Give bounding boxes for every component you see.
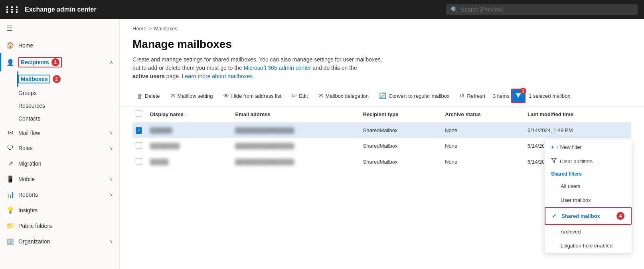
sidebar-item-groups[interactable]: Groups: [18, 87, 119, 99]
cell-archive-status: None: [442, 154, 524, 170]
sidebar-item-label: Roles: [18, 145, 33, 151]
sidebar-item-label: Migration: [18, 160, 41, 167]
clear-filters-item[interactable]: Clear all filters: [545, 154, 632, 169]
sidebar-item-label: Organization: [18, 238, 50, 245]
filter-badge: 3: [520, 88, 526, 94]
filter-button[interactable]: 3: [512, 89, 525, 102]
learn-more-link[interactable]: Learn more about mailboxes: [182, 73, 253, 79]
app-grid-icon[interactable]: [6, 6, 20, 13]
breadcrumb-home[interactable]: Home: [132, 26, 146, 32]
sidebar-item-roles[interactable]: 🛡 Roles ∨: [0, 140, 119, 156]
insights-icon: 💡: [6, 206, 14, 214]
mailflow-button[interactable]: ✉ Mailflow setting: [166, 89, 217, 102]
search-bar[interactable]: 🔍: [446, 4, 638, 15]
row-checkbox[interactable]: [136, 158, 142, 164]
filter-button-wrapper: 3: [511, 89, 525, 103]
sidebar-toggle[interactable]: ☰: [0, 19, 119, 38]
row-checkbox-cell[interactable]: [132, 154, 147, 170]
desc-text-3: and do this on the: [311, 65, 357, 71]
search-icon: 🔍: [451, 6, 458, 13]
clear-filters-icon: [551, 158, 557, 165]
sidebar-item-insights[interactable]: 💡 Insights: [0, 202, 119, 218]
recipients-badge: 1: [51, 58, 59, 66]
sidebar-item-label: Home: [18, 42, 33, 49]
table-row[interactable]: ✓ ██████ ████████████████ SharedMailbox …: [132, 123, 631, 138]
sidebar-item-label: Public folders: [18, 223, 52, 229]
desc-text-1: Create and manage settings for shared ma…: [132, 56, 382, 63]
mail-flow-chevron: ∨: [110, 130, 113, 135]
page-title: Manage mailboxes: [120, 35, 644, 55]
col-display-name[interactable]: Display name ↑: [147, 107, 232, 123]
select-all-header[interactable]: [132, 107, 147, 123]
sidebar: ☰ 🏠 Home 👤 Recipients 1 ∧ Mailboxes 2: [0, 19, 120, 269]
app-title: Exchange admin center: [25, 6, 97, 13]
all-users-item[interactable]: All users: [545, 179, 632, 193]
sidebar-item-mail-flow[interactable]: ✉ Mail flow ∨: [0, 125, 119, 140]
delete-icon: 🗑: [137, 93, 143, 99]
sidebar-item-mailboxes[interactable]: Mailboxes 2: [18, 71, 119, 87]
edit-button[interactable]: ✏ Edit: [287, 89, 312, 102]
toolbar: 🗑 Delete ✉ Mailflow setting 👁 Hide from …: [120, 89, 644, 107]
mailboxes-badge: 2: [53, 75, 61, 83]
col-last-modified[interactable]: Last modified time: [524, 107, 631, 123]
edit-icon: ✏: [292, 92, 297, 99]
row-checkbox-cell[interactable]: ✓: [132, 123, 147, 138]
table-header-row: Display name ↑ Email address Recipient t…: [132, 107, 631, 123]
organization-chevron: ∨: [110, 239, 113, 244]
desc-bold: active users: [132, 73, 165, 79]
cell-archive-status: None: [442, 123, 524, 138]
search-input[interactable]: [461, 6, 633, 13]
shared-mailbox-badge: 4: [616, 212, 624, 220]
delegation-button[interactable]: ✉ Mailbox delegation: [314, 89, 373, 102]
col-archive-status[interactable]: Archive status: [442, 107, 524, 123]
ms365-link[interactable]: Microsoft 365 admin center: [244, 65, 311, 71]
user-mailbox-item[interactable]: User mailbox: [545, 193, 632, 207]
select-all-checkbox[interactable]: [136, 111, 142, 117]
cell-recipient-type: SharedMailbox: [360, 154, 442, 170]
delete-button[interactable]: 🗑 Delete: [132, 90, 164, 102]
sidebar-item-resources[interactable]: Resources: [18, 99, 119, 112]
delegation-icon: ✉: [318, 92, 324, 99]
refresh-button[interactable]: ↺ Refresh: [455, 89, 490, 102]
public-folders-icon: 📁: [6, 222, 14, 229]
mailboxes-label-box: Mailboxes: [18, 75, 50, 83]
row-checkbox-cell[interactable]: [132, 138, 147, 154]
roles-icon: 🛡: [6, 144, 14, 152]
archived-item[interactable]: Archived: [545, 225, 632, 239]
row-checkbox[interactable]: ✓: [136, 127, 142, 134]
sidebar-item-home[interactable]: 🏠 Home: [0, 38, 119, 53]
row-checkbox[interactable]: [136, 142, 142, 148]
breadcrumb-current: Mailboxes: [154, 26, 178, 32]
col-recipient-type[interactable]: Recipient type: [360, 107, 442, 123]
litigation-hold-item[interactable]: Litigation hold enabled: [545, 239, 632, 253]
sidebar-item-public-folders[interactable]: 📁 Public folders: [0, 218, 119, 233]
sidebar-item-label: Insights: [18, 207, 38, 214]
convert-button[interactable]: 🔄 Convert to regular mailbox: [375, 89, 454, 102]
sidebar-item-mobile[interactable]: 📱 Mobile ∨: [0, 171, 119, 187]
migration-icon: ↗: [6, 160, 14, 167]
cell-email-address: ████████████████: [232, 154, 360, 170]
recipients-chevron: ∧: [110, 60, 113, 65]
new-filter-item[interactable]: + + New filter: [545, 140, 632, 154]
sidebar-item-label: Recipients: [21, 59, 49, 65]
cell-display-name: ██████: [147, 123, 232, 138]
hide-button[interactable]: 👁 Hide from address list: [219, 90, 286, 102]
sort-icon: ↑: [185, 112, 187, 117]
sidebar-item-recipients[interactable]: 👤 Recipients 1 ∧: [0, 53, 119, 71]
cell-recipient-type: SharedMailbox: [360, 138, 442, 154]
home-icon: 🏠: [6, 42, 14, 49]
shared-mailbox-item[interactable]: ✓ Shared mailbox 4: [545, 208, 631, 224]
mail-flow-icon: ✉: [6, 129, 14, 136]
sidebar-item-reports[interactable]: 📊 Reports ∨: [0, 187, 119, 202]
sidebar-sub-recipients: Mailboxes 2 Groups Resources Contacts: [0, 71, 119, 125]
col-email-address[interactable]: Email address: [232, 107, 360, 123]
sidebar-item-organization[interactable]: 🏢 Organization ∨: [0, 233, 119, 249]
breadcrumb: Home > Mailboxes: [120, 19, 644, 35]
roles-chevron: ∨: [110, 146, 113, 151]
sidebar-item-migration[interactable]: ↗ Migration: [0, 156, 119, 171]
check-icon-shared-mailbox: ✓: [552, 213, 558, 219]
sidebar-item-contacts[interactable]: Contacts: [18, 112, 119, 125]
cell-recipient-type: SharedMailbox: [360, 123, 442, 138]
sidebar-item-label: Reports: [18, 192, 38, 198]
main-content: Home > Mailboxes Manage mailboxes Create…: [120, 19, 644, 269]
